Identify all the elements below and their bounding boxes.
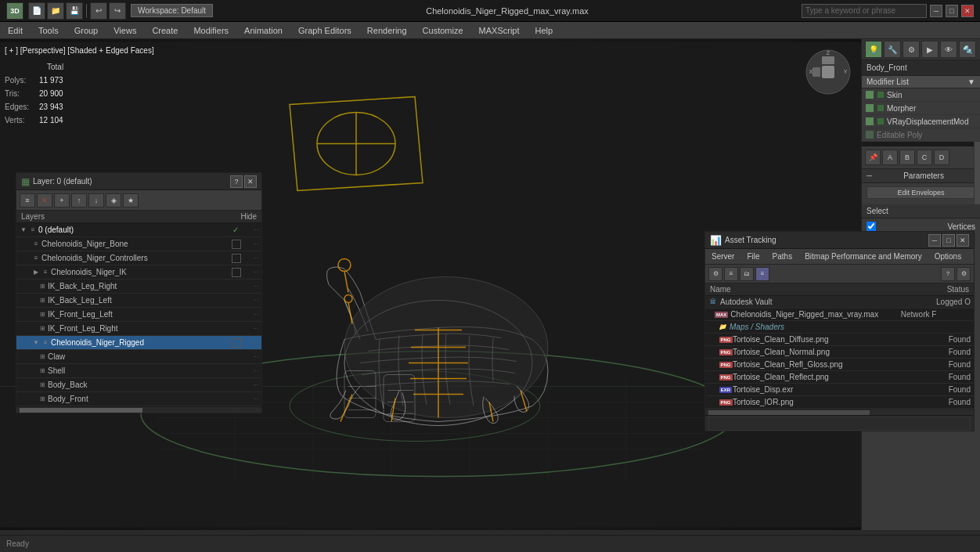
layers-up-button[interactable]: ↑ xyxy=(71,193,87,207)
at-close-button[interactable]: ✕ xyxy=(957,234,969,247)
layers-add-button[interactable]: + xyxy=(54,193,70,207)
layer-row-ik[interactable]: ▶ ≡ Chelonoidis_Niger_IK ··· xyxy=(16,265,261,280)
at-input-bar[interactable] xyxy=(708,417,971,431)
layers-highlight-button[interactable]: ★ xyxy=(123,193,139,207)
at-minimize-button[interactable]: ─ xyxy=(928,234,941,247)
layer-row-ik-flr[interactable]: ⊞ IK_Front_Leg_Right ··· xyxy=(16,322,261,336)
close-button[interactable]: ✕ xyxy=(961,5,974,17)
new-button[interactable]: 📄 xyxy=(28,2,45,20)
layer-row-ik-blr[interactable]: ⊞ IK_Back_Leg_Right ··· xyxy=(16,280,261,294)
at-btn-2[interactable]: ≡ xyxy=(724,267,738,281)
layer-vis-box-8[interactable] xyxy=(232,338,241,348)
layer-name-shell: Shell xyxy=(48,366,241,375)
save-button[interactable]: 💾 xyxy=(66,2,83,20)
modifier-epoly[interactable]: Editable Poly xyxy=(862,128,980,142)
layer-row-0-default[interactable]: ▼ ≡ 0 (default) ✓ ··· xyxy=(16,223,261,237)
menu-edit[interactable]: Edit xyxy=(0,22,31,38)
rp-icon-a[interactable]: A xyxy=(882,150,898,165)
layers-select-button[interactable]: ◈ xyxy=(106,193,121,207)
layer-row-bone[interactable]: ≡ Chelonoidis_Niger_Bone ··· xyxy=(16,237,261,251)
minimize-button[interactable]: ─ xyxy=(930,5,942,17)
rp-icon-b[interactable]: B xyxy=(899,150,915,165)
rp-tab-utilities[interactable]: 🔩 xyxy=(959,41,976,58)
open-button[interactable]: 📁 xyxy=(47,2,64,20)
menu-tools[interactable]: Tools xyxy=(31,22,67,38)
layer-dots-0: ··· xyxy=(243,226,258,233)
at-menu-paths[interactable]: Paths xyxy=(766,249,799,264)
at-row-normal[interactable]: PNG Tortoise_Clean_Normal.png Found xyxy=(705,346,974,359)
rp-icon-d[interactable]: D xyxy=(934,150,949,165)
rp-icon-c[interactable]: C xyxy=(917,150,932,165)
edit-envelopes-button[interactable]: Edit Envelopes xyxy=(867,186,975,199)
at-btn-settings[interactable]: ⚙ xyxy=(957,267,971,281)
rp-icon-pin[interactable]: 📌 xyxy=(865,150,881,165)
rp-tab-lights[interactable]: 💡 xyxy=(865,41,882,58)
at-btn-help[interactable]: ? xyxy=(941,267,955,281)
layer-row-rigged[interactable]: ▼ ≡ Chelonoidis_Niger_Rigged ··· xyxy=(16,336,261,350)
at-menu-options[interactable]: Options xyxy=(928,249,967,264)
layers-scrollbar[interactable] xyxy=(16,406,261,413)
at-maximize-button[interactable]: □ xyxy=(942,234,955,247)
undo-button[interactable]: ↩ xyxy=(90,2,107,20)
at-menu-bitmap[interactable]: Bitmap Performance and Memory xyxy=(798,249,928,264)
layers-close-button[interactable]: ✕ xyxy=(244,175,257,188)
search-box[interactable]: Type a keyword or phrase xyxy=(802,4,927,18)
layer-row-ik-bll[interactable]: ⊞ IK_Back_Leg_Left ··· xyxy=(16,294,261,308)
layer-row-claw[interactable]: ⊞ Claw ··· xyxy=(16,350,261,364)
menu-create[interactable]: Create xyxy=(144,22,186,38)
menu-graph-editors[interactable]: Graph Editors xyxy=(290,22,359,38)
modifier-vray[interactable]: VRayDisplacementMod xyxy=(862,115,980,128)
menu-group[interactable]: Group xyxy=(67,22,106,38)
layer-vis-box-1[interactable] xyxy=(232,240,241,249)
layer-vis-box-3[interactable] xyxy=(232,268,241,277)
layers-help-button[interactable]: ? xyxy=(230,175,243,188)
rp-tab-hierarchy[interactable]: ⚙ xyxy=(903,41,920,58)
layer-row-shell[interactable]: ⊞ Shell ··· xyxy=(16,364,261,378)
at-btn-1[interactable]: ⚙ xyxy=(708,267,722,281)
menu-modifiers[interactable]: Modifiers xyxy=(186,22,236,38)
menu-customize[interactable]: Customize xyxy=(415,22,471,38)
at-row-disp[interactable]: EXR Tortoise_Disp.exr Found xyxy=(705,384,974,396)
at-scrollbar[interactable] xyxy=(705,409,974,415)
modifier-scrollbar[interactable] xyxy=(862,142,980,146)
layer-row-body-front[interactable]: ⊞ Body_Front ··· xyxy=(16,392,261,406)
at-row-refl-gloss[interactable]: PNG Tortoise_Clean_Refl_Gloss.png Found xyxy=(705,359,974,371)
menu-help[interactable]: Help xyxy=(528,22,561,38)
rp-tab-display[interactable]: 👁 xyxy=(940,41,957,58)
at-btn-4[interactable]: ≡ xyxy=(755,267,769,281)
viewport-info: [ + ] [Perspective] [Shaded + Edged Face… xyxy=(5,44,154,127)
layers-delete-button[interactable]: ✕ xyxy=(37,193,52,207)
menu-rendering[interactable]: Rendering xyxy=(359,22,415,38)
at-row-maps[interactable]: 📁 Maps / Shaders xyxy=(705,321,974,334)
layer-row-controllers[interactable]: ≡ Chelonoidis_Niger_Controllers ··· xyxy=(16,251,261,265)
at-btn-3[interactable]: 🗂 xyxy=(740,267,754,281)
at-menu-server[interactable]: Server xyxy=(705,249,740,264)
layers-new-button[interactable]: ≡ xyxy=(20,193,35,207)
maximize-button[interactable]: □ xyxy=(946,5,958,17)
layer-vis-box-2[interactable] xyxy=(232,254,241,263)
at-row-vault[interactable]: 🏛 Autodesk Vault Logged O xyxy=(705,296,974,308)
layers-down-button[interactable]: ↓ xyxy=(88,193,104,207)
modifier-skin[interactable]: Skin xyxy=(862,88,980,102)
workspace-selector[interactable]: Workspace: Default xyxy=(131,4,213,17)
layer-row-ik-fll[interactable]: ⊞ IK_Front_Leg_Left ··· xyxy=(16,308,261,322)
at-row-diffuse[interactable]: PNG Tortoise_Clean_Diffuse.png Found xyxy=(705,334,974,346)
menu-maxscript[interactable]: MAXScript xyxy=(471,22,528,38)
rp-tab-motion[interactable]: ▶ xyxy=(921,41,939,58)
vertices-checkbox[interactable] xyxy=(867,222,876,231)
at-status-col: Status xyxy=(914,285,969,294)
layer-row-body-back[interactable]: ⊞ Body_Back ··· xyxy=(16,378,261,392)
at-menu-file[interactable]: File xyxy=(740,249,766,264)
app-icon[interactable]: 3D xyxy=(6,2,23,20)
modifier-morpher[interactable]: Morpher xyxy=(862,102,980,115)
rp-tab-modify[interactable]: 🔧 xyxy=(884,41,901,58)
menu-animation[interactable]: Animation xyxy=(236,22,290,38)
menu-views[interactable]: Views xyxy=(106,22,144,38)
at-row-ior[interactable]: PNG Tortoise_IOR.png Found xyxy=(705,396,974,409)
title-bar: 3D 📄 📁 💾 ↩ ↪ Workspace: Default Chelonoi… xyxy=(0,0,980,22)
layer-dots-5: ··· xyxy=(243,297,258,304)
at-row-max-file[interactable]: MAX Chelonoidis_Niger_Rigged_max_vray.ma… xyxy=(705,308,974,321)
redo-button[interactable]: ↪ xyxy=(109,2,126,20)
layer-type-icon-3: ≡ xyxy=(41,269,49,276)
at-row-reflect[interactable]: PNG Tortoise_Clean_Reflect.png Found xyxy=(705,371,974,384)
